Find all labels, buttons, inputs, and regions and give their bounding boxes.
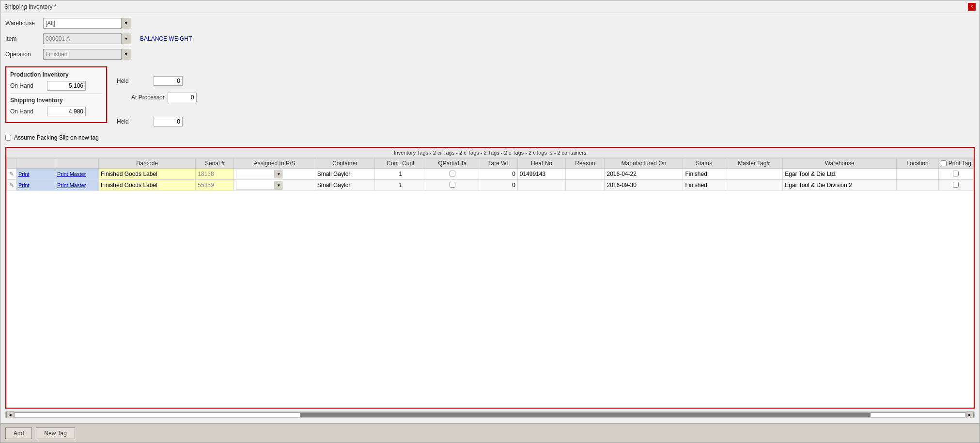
q-partial-cell-row2[interactable]: [426, 180, 479, 191]
col-serial: Serial #: [196, 158, 234, 169]
main-window: Shipping Inventory * × Warehouse ▼ Item …: [0, 0, 980, 443]
assigned-ps-input-row1[interactable]: [236, 170, 275, 178]
production-on-hand-input[interactable]: [47, 81, 86, 91]
operation-input[interactable]: [44, 49, 121, 59]
warehouse-label: Warehouse: [5, 20, 39, 27]
production-held-input[interactable]: [154, 76, 183, 86]
tare-wt-cell-row1: 0: [479, 169, 517, 180]
shipping-on-hand-label: On Hand: [10, 108, 44, 115]
print-tag-header-checkbox[interactable]: [941, 160, 947, 166]
print-tag-cell-row1[interactable]: [938, 169, 973, 180]
scroll-track[interactable]: [14, 412, 966, 417]
grid-title: Inventory Tags - 2 cr Tags - 2 c Tags - …: [6, 148, 974, 158]
scroll-right-button[interactable]: ►: [966, 411, 974, 418]
assigned-ps-cell-row1[interactable]: ▼: [234, 169, 315, 180]
print-button-row2[interactable]: Print: [18, 182, 30, 188]
col-edit: [7, 158, 16, 169]
assigned-ps-input-row2[interactable]: [236, 181, 275, 190]
location-cell-row2: [897, 180, 939, 191]
col-status: Status: [683, 158, 725, 169]
print-master-button-cell-row2[interactable]: Print Master: [55, 180, 99, 191]
item-arrow[interactable]: ▼: [121, 33, 131, 44]
content-area: Warehouse ▼ Item ▼ BALANCE WEIGHT Operat…: [0, 13, 980, 423]
scroll-left-button[interactable]: ◄: [6, 411, 14, 418]
shipping-held-input[interactable]: [154, 117, 183, 127]
barcode-cell-row1: Finished Goods Label: [99, 169, 196, 180]
assigned-ps-arrow-row1[interactable]: ▼: [275, 170, 282, 178]
table-row: ✎ Print Print Master Finished Goods Labe…: [7, 180, 974, 191]
table-row: ✎ Print Print Master Finished Goods Labe…: [7, 169, 974, 180]
add-button[interactable]: Add: [5, 427, 32, 439]
heat-no-cell-row2: [517, 180, 565, 191]
at-processor-label: At Processor: [131, 94, 165, 101]
warehouse-combo[interactable]: ▼: [43, 18, 131, 29]
warehouse-cell-row1: Egar Tool & Die Ltd.: [783, 169, 897, 180]
col-container: Container: [315, 158, 375, 169]
q-partial-checkbox-row2[interactable]: [450, 182, 455, 188]
status-cell-row1: Finished: [683, 169, 725, 180]
close-button[interactable]: ×: [968, 3, 976, 11]
q-partial-cell-row1[interactable]: [426, 169, 479, 180]
col-manufactured-on: Manufactured On: [605, 158, 683, 169]
balance-weight-button[interactable]: BALANCE WEIGHT: [140, 35, 192, 42]
print-tag-cell-row2[interactable]: [938, 180, 973, 191]
operation-row: Operation ▼: [5, 49, 975, 60]
edit-icon-cell[interactable]: ✎: [7, 169, 16, 180]
col-barcode: Barcode: [99, 158, 196, 169]
production-on-hand-label: On Hand: [10, 82, 44, 89]
print-master-button-row1[interactable]: Print Master: [57, 171, 86, 177]
item-input[interactable]: [44, 34, 121, 44]
tare-wt-cell-row2: 0: [479, 180, 517, 191]
inventory-table: Barcode Serial # Assigned to P/S Contain…: [6, 158, 974, 191]
barcode-cell-row2: Finished Goods Label: [99, 180, 196, 191]
new-tag-button[interactable]: New Tag: [36, 427, 75, 439]
cont-cunt-cell-row1: 1: [375, 169, 426, 180]
q-partial-checkbox-row1[interactable]: [450, 171, 455, 176]
print-button-cell-row2[interactable]: Print: [16, 180, 55, 191]
col-cont-cunt: Cont. Cunt: [375, 158, 426, 169]
item-combo[interactable]: ▼: [43, 33, 131, 44]
inventory-grid-section: Inventory Tags - 2 cr Tags - 2 c Tags - …: [5, 147, 975, 409]
held-at-processor-area: Held At Processor Held: [117, 66, 197, 128]
col-location: Location: [897, 158, 939, 169]
production-held-row: Held: [117, 76, 197, 86]
at-processor-row: At Processor: [117, 93, 197, 102]
col-print-master: [55, 158, 99, 169]
reason-cell-row1: [566, 169, 605, 180]
location-cell-row1: [897, 169, 939, 180]
operation-combo[interactable]: ▼: [43, 49, 131, 60]
grid-table-wrapper[interactable]: Barcode Serial # Assigned to P/S Contain…: [6, 158, 974, 408]
print-master-button-row2[interactable]: Print Master: [57, 182, 86, 188]
print-tag-checkbox-row2[interactable]: [953, 182, 959, 188]
shipping-on-hand-input[interactable]: [47, 107, 86, 116]
print-tag-checkbox-row1[interactable]: [953, 171, 959, 176]
operation-arrow[interactable]: ▼: [121, 49, 131, 60]
assume-packing-checkbox[interactable]: [5, 135, 11, 141]
print-button-cell[interactable]: Print: [16, 169, 55, 180]
window-title: Shipping Inventory *: [4, 3, 56, 10]
container-cell-row2: Small Gaylor: [315, 180, 375, 191]
print-button-row1[interactable]: Print: [18, 171, 30, 177]
manufactured-on-cell-row2: 2016-09-30: [605, 180, 683, 191]
at-processor-input[interactable]: [168, 93, 197, 102]
print-master-button-cell[interactable]: Print Master: [55, 169, 99, 180]
col-heat-no: Heat No: [517, 158, 565, 169]
col-reason: Reason: [566, 158, 605, 169]
status-cell-row2: Finished: [683, 180, 725, 191]
warehouse-input[interactable]: [44, 18, 121, 28]
warehouse-arrow[interactable]: ▼: [121, 18, 131, 29]
manufactured-on-cell-row1: 2016-04-22: [605, 169, 683, 180]
shipping-held-label: Held: [117, 118, 151, 125]
production-inventory-title: Production Inventory: [10, 71, 102, 78]
assigned-ps-arrow-row2[interactable]: ▼: [275, 181, 282, 190]
reason-cell-row2: [566, 180, 605, 191]
container-cell-row1: Small Gaylor: [315, 169, 375, 180]
assigned-ps-cell-row2[interactable]: ▼: [234, 180, 315, 191]
scroll-thumb: [300, 413, 871, 417]
item-label: Item: [5, 35, 39, 42]
col-tare-wt: Tare Wt: [479, 158, 517, 169]
edit-icon-cell-row2[interactable]: ✎: [7, 180, 16, 191]
horizontal-scrollbar[interactable]: ◄ ►: [5, 411, 975, 418]
inventory-section: Production Inventory On Hand Shipping In…: [5, 66, 107, 123]
production-on-hand-row: On Hand: [10, 81, 102, 91]
